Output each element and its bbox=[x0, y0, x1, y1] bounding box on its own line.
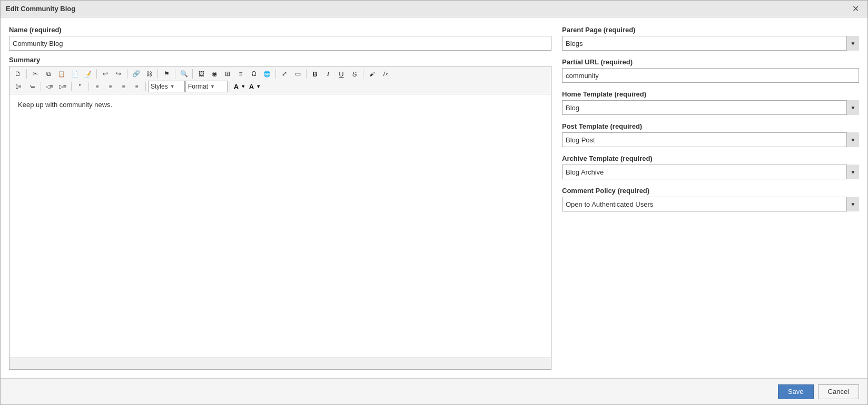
horizontal-rule-button[interactable]: ≡ bbox=[234, 68, 247, 80]
toolbar-separator-6 bbox=[192, 69, 193, 79]
blockquote-button[interactable]: " bbox=[74, 81, 86, 92]
unlink-button[interactable]: ⛓ bbox=[143, 68, 155, 80]
editor-section: 🗋 ✂ ⧉ 📋 📄 📝 ↩ ↪ 🔗 ⛓ bbox=[9, 66, 551, 370]
align-center-button[interactable]: ≡ bbox=[104, 81, 117, 92]
paint-button[interactable]: 🖌 bbox=[366, 68, 378, 80]
name-field-group: Name (required) bbox=[9, 26, 551, 51]
post-template-label: Post Template (required) bbox=[562, 122, 859, 130]
cancel-button[interactable]: Cancel bbox=[818, 384, 859, 399]
paste-button[interactable]: 📋 bbox=[55, 68, 68, 80]
paste-word-button[interactable]: 📝 bbox=[82, 68, 94, 80]
styles-dropdown-label: Styles bbox=[151, 83, 168, 90]
archive-template-group: Archive Template (required) Blog Archive… bbox=[562, 155, 859, 179]
bg-color-letter: A bbox=[249, 83, 254, 90]
undo-button[interactable]: ↩ bbox=[99, 68, 112, 80]
parent-page-group: Parent Page (required) Blogs ▼ bbox=[562, 26, 859, 51]
toolbar-separator-2 bbox=[96, 69, 97, 79]
name-label: Name (required) bbox=[9, 26, 551, 34]
toolbar-row-2: 1≡ ≔ ◁≡ ▷≡ " ≡ ≡ ≡ ≡ bbox=[12, 81, 549, 92]
source-button[interactable]: ◉ bbox=[208, 68, 221, 80]
align-left-button[interactable]: ≡ bbox=[91, 81, 104, 92]
styles-dropdown-arrow: ▼ bbox=[170, 84, 182, 89]
block-button[interactable]: ▭ bbox=[291, 68, 304, 80]
post-template-wrapper: Blog Post ▼ bbox=[562, 132, 859, 147]
home-template-label: Home Template (required) bbox=[562, 90, 859, 98]
bg-color-button[interactable]: A ▼ bbox=[248, 81, 262, 92]
toolbar-separator-3 bbox=[127, 69, 127, 79]
strikethrough-button[interactable]: S bbox=[348, 68, 361, 80]
fullscreen-button[interactable]: ⤢ bbox=[278, 68, 291, 80]
post-template-select[interactable]: Blog Post bbox=[562, 132, 859, 147]
parent-page-label: Parent Page (required) bbox=[562, 26, 859, 34]
bg-color-arrow: ▼ bbox=[256, 84, 261, 89]
summary-label: Summary bbox=[9, 56, 551, 64]
home-template-wrapper: Blog ▼ bbox=[562, 100, 859, 115]
copy-button[interactable]: ⧉ bbox=[42, 68, 55, 80]
dialog-titlebar: Edit Community Blog ✕ bbox=[1, 1, 867, 17]
unordered-list-button[interactable]: ≔ bbox=[26, 81, 38, 92]
comment-policy-group: Comment Policy (required) Open to Authen… bbox=[562, 187, 859, 211]
partial-url-input[interactable] bbox=[562, 68, 859, 83]
name-input[interactable] bbox=[9, 36, 551, 51]
toolbar-separator-1 bbox=[26, 69, 27, 79]
font-color-letter: A bbox=[234, 83, 239, 90]
font-color-arrow: ▼ bbox=[241, 84, 245, 89]
underline-button[interactable]: U bbox=[335, 68, 348, 80]
styles-dropdown[interactable]: Styles ▼ bbox=[148, 81, 185, 92]
parent-page-select[interactable]: Blogs bbox=[562, 36, 859, 51]
italic-button[interactable]: I bbox=[322, 68, 334, 80]
partial-url-group: Partial URL (required) bbox=[562, 58, 859, 83]
toolbar-separator-13 bbox=[145, 82, 146, 91]
cut-button[interactable]: ✂ bbox=[29, 68, 42, 80]
link-button[interactable]: 🔗 bbox=[130, 68, 142, 80]
home-template-select[interactable]: Blog bbox=[562, 100, 859, 115]
home-template-group: Home Template (required) Blog ▼ bbox=[562, 90, 859, 115]
align-justify-button[interactable]: ≡ bbox=[131, 81, 143, 92]
save-button[interactable]: Save bbox=[778, 384, 814, 399]
toolbar-separator-11 bbox=[71, 82, 72, 91]
archive-template-label: Archive Template (required) bbox=[562, 155, 859, 162]
dialog-footer: Save Cancel bbox=[1, 378, 867, 404]
archive-template-select[interactable]: Blog Archive bbox=[562, 165, 859, 179]
anchor-button[interactable]: ⚑ bbox=[160, 68, 173, 80]
align-right-button[interactable]: ≡ bbox=[117, 81, 130, 92]
clear-format-button[interactable]: Tx bbox=[379, 68, 391, 80]
format-dropdown[interactable]: Format ▼ bbox=[185, 81, 228, 92]
ordered-list-button[interactable]: 1≡ bbox=[12, 81, 25, 92]
paste-text-button[interactable]: 📄 bbox=[68, 68, 81, 80]
new-document-button[interactable]: 🗋 bbox=[12, 68, 24, 80]
find-button[interactable]: 🔍 bbox=[177, 68, 190, 80]
indent-button[interactable]: ▷≡ bbox=[56, 81, 69, 92]
parent-page-wrapper: Blogs ▼ bbox=[562, 36, 859, 51]
outdent-button[interactable]: ◁≡ bbox=[43, 81, 56, 92]
comment-policy-label: Comment Policy (required) bbox=[562, 187, 859, 195]
editor-content-area[interactable]: Keep up with community news. bbox=[9, 94, 551, 358]
format-dropdown-label: Format bbox=[188, 83, 208, 90]
toolbar-separator-9 bbox=[363, 69, 363, 79]
partial-url-label: Partial URL (required) bbox=[562, 58, 859, 66]
toolbar-separator-7 bbox=[275, 69, 276, 79]
dialog-body: Name (required) Summary 🗋 ✂ ⧉ 📋 bbox=[1, 17, 867, 378]
summary-field-group: Summary 🗋 ✂ ⧉ 📋 📄 📝 ↩ bbox=[9, 56, 551, 370]
dialog-title: Edit Community Blog bbox=[6, 5, 75, 13]
redo-button[interactable]: ↪ bbox=[112, 68, 125, 80]
globe-button[interactable]: 🌐 bbox=[261, 68, 273, 80]
special-char-button[interactable]: Ω bbox=[248, 68, 260, 80]
edit-community-blog-dialog: Edit Community Blog ✕ Name (required) Su… bbox=[0, 0, 868, 405]
comment-policy-wrapper: Open to Authenticated Users ▼ bbox=[562, 197, 859, 211]
table-button[interactable]: ⊞ bbox=[221, 68, 234, 80]
close-button[interactable]: ✕ bbox=[849, 4, 862, 14]
editor-statusbar bbox=[9, 358, 551, 369]
toolbar-separator-5 bbox=[175, 69, 175, 79]
archive-template-wrapper: Blog Archive ▼ bbox=[562, 165, 859, 179]
editor-toolbar: 🗋 ✂ ⧉ 📋 📄 📝 ↩ ↪ 🔗 ⛓ bbox=[9, 66, 551, 94]
comment-policy-select[interactable]: Open to Authenticated Users bbox=[562, 197, 859, 211]
editor-text: Keep up with community news. bbox=[18, 101, 112, 109]
image-button[interactable]: 🖼 bbox=[195, 68, 208, 80]
font-color-button[interactable]: A ▼ bbox=[232, 81, 247, 92]
format-dropdown-arrow: ▼ bbox=[210, 84, 225, 89]
bold-button[interactable]: B bbox=[309, 68, 321, 80]
toolbar-separator-12 bbox=[88, 82, 89, 91]
toolbar-separator-10 bbox=[41, 82, 41, 91]
post-template-group: Post Template (required) Blog Post ▼ bbox=[562, 122, 859, 147]
